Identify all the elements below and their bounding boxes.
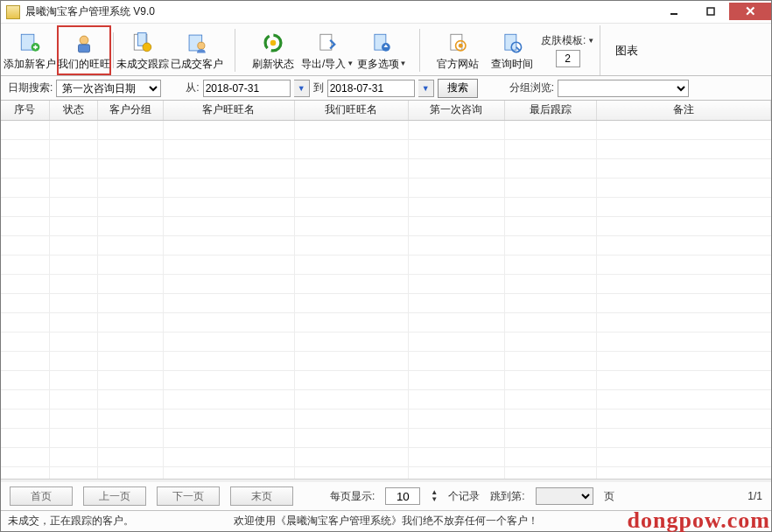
- chart-button[interactable]: 图表: [600, 25, 652, 75]
- our-wangwang-button[interactable]: 我们的旺旺: [57, 25, 111, 75]
- results-table: 序号 状态 客户分组 客户旺旺名 我们旺旺名 第一次咨询 最后跟踪 备注: [1, 101, 771, 121]
- from-label: 从:: [186, 80, 199, 95]
- search-button[interactable]: 搜索: [438, 79, 478, 98]
- add-customer-icon: [17, 30, 43, 56]
- svg-rect-1: [707, 8, 714, 15]
- results-table-body[interactable]: [1, 121, 771, 480]
- to-date-picker-button[interactable]: ▼: [418, 80, 434, 97]
- date-field-select[interactable]: 第一次咨询日期: [56, 80, 161, 97]
- last-page-button[interactable]: 末页: [230, 486, 293, 506]
- filter-bar: 日期搜索: 第一次咨询日期 从: ▼ 到 ▼ 搜索 分组浏览:: [1, 76, 771, 101]
- chevron-down-icon: ▼: [347, 60, 354, 67]
- our-wangwang-label: 我们的旺旺: [58, 57, 110, 72]
- per-page-input[interactable]: [385, 487, 420, 505]
- refresh-button[interactable]: 刷新状态: [246, 25, 300, 75]
- add-customer-label: 添加新客户: [4, 57, 56, 72]
- refresh-icon: [260, 30, 286, 56]
- minimize-button[interactable]: [656, 3, 692, 20]
- official-site-label: 官方网站: [437, 57, 479, 72]
- col-cust-ww[interactable]: 客户旺旺名: [163, 101, 294, 120]
- query-time-icon: [499, 30, 525, 56]
- app-icon: [6, 5, 20, 19]
- pager-bar: 首页 上一页 下一页 末页 每页显示: ▲ ▼ 个记录 跳到第: 页 1/1: [1, 482, 771, 510]
- date-search-label: 日期搜索:: [8, 80, 53, 95]
- status-bar: 未成交，正在跟踪的客户。 欢迎使用《晨曦淘宝客户管理系统》我们绝不放弃任何一个客…: [1, 510, 771, 531]
- from-date-picker-button[interactable]: ▼: [294, 80, 310, 97]
- import-export-label: 导出/导入: [301, 57, 346, 72]
- skin-label: 皮肤模板:: [541, 33, 586, 48]
- close-button[interactable]: ✕: [729, 3, 771, 20]
- page-suffix-label: 页: [604, 489, 614, 504]
- import-export-button[interactable]: 导出/导入 ▼: [300, 25, 354, 75]
- chevron-down-icon: ▼: [587, 38, 594, 45]
- from-date-input[interactable]: [203, 80, 291, 97]
- query-time-label: 查询时间: [491, 57, 533, 72]
- more-options-button[interactable]: 更多选项 ▼: [354, 25, 409, 75]
- window-title: 晨曦淘宝客户管理系统 V9.0: [25, 4, 155, 19]
- svg-line-21: [516, 47, 520, 51]
- closed-customers-icon: [184, 30, 210, 56]
- svg-point-8: [143, 43, 151, 52]
- official-site-icon: [445, 30, 471, 56]
- svg-point-10: [198, 42, 205, 49]
- col-remark[interactable]: 备注: [596, 101, 771, 120]
- closed-customers-button[interactable]: 已成交客户: [170, 25, 224, 75]
- add-customer-button[interactable]: 添加新客户: [3, 25, 57, 75]
- maximize-button[interactable]: [692, 3, 729, 20]
- closed-customers-label: 已成交客户: [171, 57, 223, 72]
- skin-template-box: 皮肤模板: ▼: [539, 25, 600, 75]
- more-options-icon: [368, 30, 395, 56]
- untracked-button[interactable]: 未成交跟踪: [116, 25, 170, 75]
- first-page-button[interactable]: 首页: [10, 486, 73, 506]
- main-toolbar: 添加新客户 我们的旺旺 未成交跟踪 已成交客户 刷新状态 导出/导入 ▼: [1, 24, 771, 76]
- to-date-input[interactable]: [327, 80, 415, 97]
- prev-page-button[interactable]: 上一页: [83, 486, 146, 506]
- group-view-label: 分组浏览:: [509, 80, 554, 95]
- status-left-text: 未成交，正在跟踪的客户。: [8, 514, 134, 528]
- svg-point-18: [459, 44, 463, 48]
- skin-value-input[interactable]: [556, 50, 580, 67]
- untracked-icon: [130, 30, 156, 56]
- official-site-button[interactable]: 官方网站: [431, 25, 485, 75]
- col-our-ww[interactable]: 我们旺旺名: [294, 101, 408, 120]
- our-wangwang-icon: [71, 31, 97, 56]
- svg-rect-5: [79, 44, 90, 52]
- results-table-area: 序号 状态 客户分组 客户旺旺名 我们旺旺名 第一次咨询 最后跟踪 备注: [1, 101, 771, 479]
- refresh-label: 刷新状态: [252, 57, 294, 72]
- more-options-label: 更多选项: [357, 57, 399, 72]
- col-first[interactable]: 第一次咨询: [408, 101, 504, 120]
- jump-page-select[interactable]: [536, 487, 593, 505]
- records-label: 个记录: [448, 489, 480, 504]
- per-page-down-icon[interactable]: ▼: [431, 496, 438, 503]
- col-group[interactable]: 客户分组: [97, 101, 163, 120]
- col-index[interactable]: 序号: [1, 101, 49, 120]
- jump-label: 跳到第:: [490, 489, 524, 504]
- untracked-label: 未成交跟踪: [116, 57, 169, 72]
- chevron-down-icon: ▼: [400, 60, 407, 67]
- col-last[interactable]: 最后跟踪: [504, 101, 596, 120]
- per-page-label: 每页显示:: [330, 489, 375, 504]
- group-view-select[interactable]: [558, 80, 689, 97]
- page-total: 1/1: [727, 490, 762, 502]
- svg-point-4: [80, 36, 88, 45]
- import-export-icon: [314, 30, 340, 56]
- col-status[interactable]: 状态: [49, 101, 97, 120]
- query-time-button[interactable]: 查询时间: [485, 25, 539, 75]
- to-label: 到: [313, 80, 324, 95]
- window-titlebar: 晨曦淘宝客户管理系统 V9.0 ✕: [1, 1, 771, 24]
- chart-button-label: 图表: [615, 43, 638, 59]
- next-page-button[interactable]: 下一页: [157, 486, 220, 506]
- svg-point-12: [270, 40, 277, 46]
